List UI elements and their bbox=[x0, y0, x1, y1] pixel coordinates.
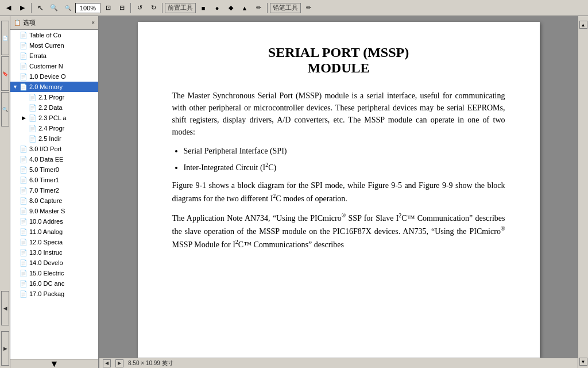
pencil-tool-btn[interactable]: ✏ bbox=[302, 2, 315, 14]
tree-item-timer0[interactable]: 📄5.0 Timer0 bbox=[10, 164, 98, 175]
tree-label-timer2: 7.0 Timer2 bbox=[29, 187, 59, 194]
tree-item-toc[interactable]: 📄Table of Co bbox=[10, 30, 98, 40]
tree-item-most_curr[interactable]: 📄Most Curren bbox=[10, 40, 98, 51]
left-tab-4[interactable]: ◀ bbox=[1, 291, 9, 325]
tree-item-timer1[interactable]: 📄6.0 Timer1 bbox=[10, 175, 98, 185]
doc-icon-develo: 📄 bbox=[20, 259, 28, 267]
tree-label-packag: 17.0 Packag bbox=[29, 290, 64, 297]
paragraph-2: Figure 9-1 shows a block diagram for the… bbox=[172, 179, 505, 205]
tree-item-analog[interactable]: 📄11.0 Analog bbox=[10, 227, 98, 237]
left-tab-1[interactable]: 📄 bbox=[1, 21, 9, 55]
tree-label-timer1: 6.0 Timer1 bbox=[29, 177, 59, 183]
left-tab-5[interactable]: ▶ bbox=[1, 331, 9, 366]
tree-item-prog_mem[interactable]: 📄2.1 Progr bbox=[10, 92, 98, 102]
tree-item-packag[interactable]: 📄17.0 Packag bbox=[10, 289, 98, 299]
zoom-in-button[interactable]: 🔍 bbox=[48, 2, 60, 14]
left-tab-2[interactable]: 🔖 bbox=[1, 56, 9, 91]
zoom-display[interactable]: 100% bbox=[75, 3, 100, 13]
doc-icon-most_curr: 📄 bbox=[20, 42, 28, 49]
select-button[interactable]: ↖ bbox=[34, 2, 47, 14]
document-page: SERIAL PORT (MSSP) MODULE The Master Syn… bbox=[138, 22, 540, 358]
toolbar: ◀ ▶ ↖ 🔍 🔍 100% ⊡ ⊟ ↺ ↻ 前置工具 ■ ● ◆ ▲ ✏ 铅笔… bbox=[0, 0, 588, 16]
doc-icon-toc: 📄 bbox=[20, 32, 28, 39]
doc-icon-timer0: 📄 bbox=[20, 166, 28, 174]
tree-label-data_ee: 4.0 Data EE bbox=[29, 156, 63, 163]
sidebar-tree[interactable]: 📄Table of Co 📄Most Curren 📄Errata 📄Custo… bbox=[10, 30, 98, 359]
tree-item-dc[interactable]: 📄16.0 DC anc bbox=[10, 278, 98, 289]
tree-label-pcl: 2.3 PCL a bbox=[38, 114, 67, 121]
para3-mid: SSP for Slave I bbox=[346, 214, 399, 223]
zoom-out-button[interactable]: 🔍 bbox=[61, 2, 74, 14]
forward-button[interactable]: ▶ bbox=[16, 2, 29, 14]
sidebar-scroll-down[interactable]: ▼ bbox=[10, 359, 98, 368]
page-size-label: 8.50 × 10.99 英寸 bbox=[128, 359, 173, 367]
left-tabs: 📄 🔖 🔍 ◀ ▶ bbox=[0, 16, 10, 368]
rotate-left-button[interactable]: ↺ bbox=[133, 2, 146, 14]
tree-label-special: 12.0 Specia bbox=[29, 239, 63, 246]
doc-icon-address: 📄 bbox=[20, 218, 28, 225]
tree-item-prog2[interactable]: 📄2.4 Progr bbox=[10, 123, 98, 133]
tree-item-special[interactable]: 📄12.0 Specia bbox=[10, 237, 98, 247]
left-tab-3[interactable]: 🔍 bbox=[1, 92, 9, 126]
tree-item-electric[interactable]: 📄15.0 Electric bbox=[10, 268, 98, 278]
tree-item-data_mem[interactable]: 📄2.2 Data bbox=[10, 102, 98, 113]
back-button[interactable]: ◀ bbox=[2, 2, 15, 14]
tree-item-pcl[interactable]: ▶📄2.3 PCL a bbox=[10, 113, 98, 123]
bullet-item-1: Serial Peripheral Interface (SPI) bbox=[184, 145, 505, 157]
fit-width-button[interactable]: ⊟ bbox=[115, 2, 128, 14]
toolbar-separator-3 bbox=[162, 3, 163, 13]
expand-icon-memory[interactable]: ▼ bbox=[13, 84, 20, 90]
statusbar: ◀ ▶ 8.50 × 10.99 英寸 bbox=[99, 358, 578, 368]
sidebar: 📋 选项 × 📄Table of Co 📄Most Curren 📄Errata… bbox=[10, 16, 99, 368]
tree-item-io[interactable]: 📄3.0 I/O Port bbox=[10, 144, 98, 154]
para2-post: C modes of operation. bbox=[276, 194, 347, 202]
tool-btn-4[interactable]: ▲ bbox=[238, 2, 251, 14]
doc-icon-data_mem: 📄 bbox=[29, 104, 37, 112]
doc-icon-capture: 📄 bbox=[20, 197, 28, 205]
doc-icon-io: 📄 bbox=[20, 145, 28, 153]
para3-mid3: MSSP Module for I bbox=[172, 240, 235, 248]
tree-label-master: 9.0 Master S bbox=[29, 208, 65, 214]
tree-item-errata[interactable]: 📄Errata bbox=[10, 51, 98, 61]
tree-item-develo[interactable]: 📄14.0 Develo bbox=[10, 258, 98, 268]
scroll-down-button[interactable]: ▼ bbox=[579, 358, 587, 366]
statusbar-left-icon[interactable]: ◀ bbox=[103, 359, 111, 367]
scroll-up-button[interactable]: ▲ bbox=[579, 21, 587, 29]
tree-item-timer2[interactable]: 📄7.0 Timer2 bbox=[10, 185, 98, 195]
tree-label-capture: 8.0 Capture bbox=[29, 197, 62, 204]
paragraph-1: The Master Synchronous Serial Port (MSSP… bbox=[172, 90, 505, 138]
sidebar-close-button[interactable]: × bbox=[91, 20, 95, 26]
content-scroll[interactable]: SERIAL PORT (MSSP) MODULE The Master Syn… bbox=[99, 16, 578, 358]
tree-item-customer[interactable]: 📄Customer N bbox=[10, 61, 98, 71]
tree-item-memory[interactable]: ▼📄2.0 Memory bbox=[10, 82, 98, 92]
tree-item-capture[interactable]: 📄8.0 Capture bbox=[10, 195, 98, 206]
doc-icon-packag: 📄 bbox=[20, 290, 28, 298]
tree-item-data_ee[interactable]: 📄4.0 Data EE bbox=[10, 154, 98, 164]
tree-label-develo: 14.0 Develo bbox=[29, 259, 63, 266]
doc-icon-special: 📄 bbox=[20, 239, 28, 246]
doc-icon-prog_mem: 📄 bbox=[29, 94, 37, 101]
tool-btn-5[interactable]: ✏ bbox=[252, 2, 265, 14]
tree-label-prog_mem: 2.1 Progr bbox=[38, 94, 64, 101]
tool-btn-2[interactable]: ● bbox=[211, 2, 223, 14]
tool-btn-3[interactable]: ◆ bbox=[225, 2, 237, 14]
page-body: The Master Synchronous Serial Port (MSSP… bbox=[172, 90, 505, 250]
pencil-label: 铅笔工具 bbox=[270, 3, 301, 13]
tree-item-master[interactable]: 📄9.0 Master S bbox=[10, 206, 98, 216]
tree-item-instruc[interactable]: 📄13.0 Instruc bbox=[10, 247, 98, 258]
expand-icon-pcl[interactable]: ▶ bbox=[22, 115, 29, 121]
fit-page-button[interactable]: ⊡ bbox=[102, 2, 114, 14]
tree-item-indir[interactable]: 📄2.5 Indir bbox=[10, 133, 98, 144]
para3-end: C™ Communications” describes bbox=[238, 240, 344, 248]
doc-icon-pcl: 📄 bbox=[29, 114, 37, 122]
tool-btn-1[interactable]: ■ bbox=[197, 2, 210, 14]
tree-label-instruc: 13.0 Instruc bbox=[29, 249, 62, 256]
para3-pre: The Application Note AN734, “Using the P… bbox=[172, 214, 342, 223]
tree-label-timer0: 5.0 Timer0 bbox=[29, 166, 59, 173]
sidebar-title-text: 选项 bbox=[23, 18, 36, 27]
tree-item-address[interactable]: 📄10.0 Addres bbox=[10, 216, 98, 227]
tree-label-address: 10.0 Addres bbox=[29, 218, 63, 225]
statusbar-right-icon[interactable]: ▶ bbox=[115, 359, 123, 367]
tree-item-dev[interactable]: 📄1.0 Device O bbox=[10, 71, 98, 82]
rotate-right-button[interactable]: ↻ bbox=[147, 2, 160, 14]
